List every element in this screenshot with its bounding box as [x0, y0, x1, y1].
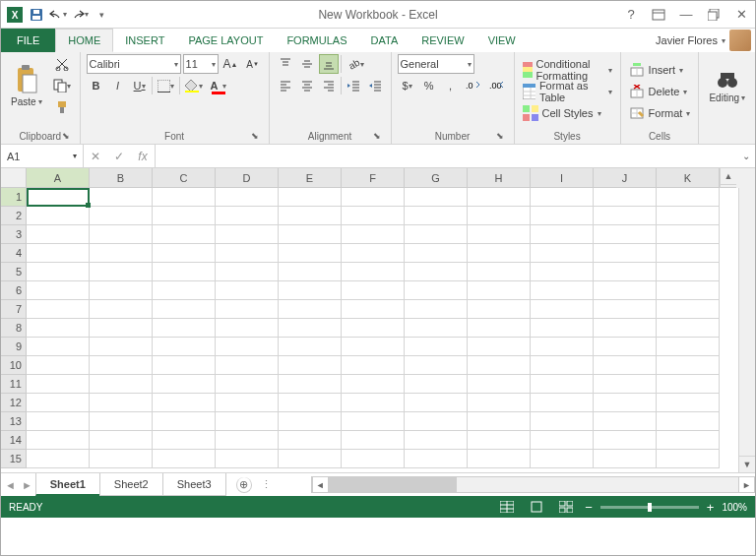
cell-D3[interactable]: [216, 225, 279, 244]
align-center-button[interactable]: [297, 76, 317, 95]
cell-I7[interactable]: [531, 300, 594, 319]
cell-G11[interactable]: [405, 375, 468, 394]
column-header-K[interactable]: K: [657, 168, 720, 188]
cell-E8[interactable]: [279, 319, 342, 338]
tab-home[interactable]: HOME: [55, 29, 113, 52]
underline-button[interactable]: U▾: [130, 76, 150, 95]
ribbon-display-options[interactable]: [649, 5, 668, 25]
row-header-15[interactable]: 15: [1, 450, 27, 468]
formula-input[interactable]: [156, 145, 737, 167]
cell-I9[interactable]: [531, 338, 594, 356]
cell-H1[interactable]: [468, 188, 531, 207]
cell-H10[interactable]: [468, 356, 531, 375]
row-header-13[interactable]: 13: [1, 412, 27, 431]
cell-C6[interactable]: [153, 281, 216, 300]
cell-F5[interactable]: [342, 263, 405, 281]
cell-I2[interactable]: [531, 207, 594, 225]
cell-D12[interactable]: [216, 394, 279, 412]
cell-F14[interactable]: [342, 431, 405, 450]
row-header-7[interactable]: 7: [1, 300, 27, 319]
row-header-14[interactable]: 14: [1, 431, 27, 450]
customize-qat-icon[interactable]: ▾: [92, 5, 111, 25]
cell-G10[interactable]: [405, 356, 468, 375]
cell-F9[interactable]: [342, 338, 405, 356]
zoom-in-button[interactable]: +: [707, 500, 715, 515]
increase-indent-button[interactable]: [365, 76, 385, 95]
cell-H14[interactable]: [468, 431, 531, 450]
cell-G13[interactable]: [405, 412, 468, 431]
number-dialog-launcher[interactable]: ⬊: [494, 130, 506, 142]
tab-insert[interactable]: INSERT: [113, 29, 176, 52]
cell-C2[interactable]: [153, 207, 216, 225]
font-size-combo[interactable]: 11▾: [183, 54, 219, 74]
row-header-6[interactable]: 6: [1, 281, 27, 300]
page-break-view-button[interactable]: [555, 499, 577, 515]
cancel-formula-button[interactable]: ✕: [84, 150, 107, 163]
cell-C12[interactable]: [153, 394, 216, 412]
find-select-button[interactable]: Editing▾: [705, 54, 749, 117]
cell-F12[interactable]: [342, 394, 405, 412]
insert-function-button[interactable]: fx: [131, 150, 155, 163]
cell-E15[interactable]: [279, 450, 342, 468]
cell-H2[interactable]: [468, 207, 531, 225]
cut-button[interactable]: [50, 54, 74, 74]
scroll-left-button[interactable]: ◄: [312, 476, 329, 493]
cell-B1[interactable]: [90, 188, 153, 207]
cell-B13[interactable]: [90, 412, 153, 431]
number-format-combo[interactable]: General▾: [398, 54, 474, 74]
cell-C13[interactable]: [153, 412, 216, 431]
cell-H3[interactable]: [468, 225, 531, 244]
cell-B8[interactable]: [90, 319, 153, 338]
cell-E9[interactable]: [279, 338, 342, 356]
cell-A6[interactable]: [27, 281, 90, 300]
cell-B15[interactable]: [90, 450, 153, 468]
cell-J1[interactable]: [594, 188, 657, 207]
cell-H12[interactable]: [468, 394, 531, 412]
align-top-button[interactable]: [276, 54, 295, 74]
cell-C14[interactable]: [153, 431, 216, 450]
cell-B3[interactable]: [90, 225, 153, 244]
cell-B14[interactable]: [90, 431, 153, 450]
cell-D10[interactable]: [216, 356, 279, 375]
decrease-font-button[interactable]: A▼: [243, 54, 263, 74]
cell-J7[interactable]: [594, 300, 657, 319]
column-header-G[interactable]: G: [405, 168, 468, 188]
cell-E6[interactable]: [279, 281, 342, 300]
delete-cells-button[interactable]: Delete▾: [627, 82, 693, 101]
cell-D8[interactable]: [216, 319, 279, 338]
align-left-button[interactable]: [276, 76, 295, 95]
cell-B10[interactable]: [90, 356, 153, 375]
cell-G12[interactable]: [405, 394, 468, 412]
cell-B4[interactable]: [90, 244, 153, 263]
cell-K10[interactable]: [657, 356, 720, 375]
accounting-format-button[interactable]: $▾: [398, 76, 417, 95]
cell-G14[interactable]: [405, 431, 468, 450]
cell-H7[interactable]: [468, 300, 531, 319]
cell-A1[interactable]: [27, 188, 90, 207]
column-header-F[interactable]: F: [342, 168, 405, 188]
cell-H11[interactable]: [468, 375, 531, 394]
tab-data[interactable]: DATA: [359, 29, 410, 52]
percent-format-button[interactable]: %: [419, 76, 439, 95]
cell-H4[interactable]: [468, 244, 531, 263]
row-header-1[interactable]: 1: [1, 188, 27, 207]
cell-D11[interactable]: [216, 375, 279, 394]
conditional-formatting-button[interactable]: Conditional Formatting▾: [521, 60, 614, 80]
cell-K9[interactable]: [657, 338, 720, 356]
enter-formula-button[interactable]: ✓: [107, 150, 131, 163]
copy-button[interactable]: ▾: [50, 76, 74, 95]
horizontal-scrollbar[interactable]: ◄ ►: [311, 476, 755, 493]
cell-J12[interactable]: [594, 394, 657, 412]
row-header-9[interactable]: 9: [1, 338, 27, 356]
cell-J5[interactable]: [594, 263, 657, 281]
clipboard-dialog-launcher[interactable]: ⬊: [60, 130, 72, 142]
cell-F6[interactable]: [342, 281, 405, 300]
excel-icon[interactable]: X: [5, 5, 25, 25]
cell-I1[interactable]: [531, 188, 594, 207]
scroll-down-button[interactable]: ▼: [739, 456, 755, 472]
cell-G5[interactable]: [405, 263, 468, 281]
restore-button[interactable]: [704, 5, 724, 25]
column-header-B[interactable]: B: [90, 168, 153, 188]
font-name-combo[interactable]: Calibri▾: [87, 54, 181, 74]
insert-cells-button[interactable]: Insert▾: [627, 60, 693, 80]
